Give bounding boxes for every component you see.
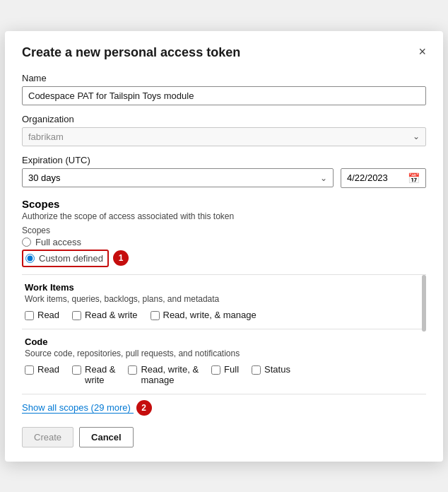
date-input-wrapper: 📅 [341, 168, 426, 188]
code-status: Status [252, 364, 290, 375]
custom-defined-radio-row: Custom defined 1 [22, 250, 426, 267]
show-all-scopes-row: Show all scopes (29 more) 2 [22, 400, 426, 416]
step-badge-2: 2 [136, 400, 152, 416]
show-all-scopes-count: (29 more) [91, 402, 131, 413]
expiration-value: 30 days [28, 172, 61, 183]
expiration-field-group: Expiration (UTC) 30 days ⌄ 📅 [22, 155, 426, 188]
chevron-down-icon: ⌄ [320, 173, 327, 183]
date-input[interactable] [347, 172, 403, 183]
code-read: Read [25, 364, 59, 375]
work-items-description: Work items, queries, backlogs, plans, an… [25, 294, 423, 304]
name-field-group: Name [22, 73, 426, 105]
code-manage-checkbox[interactable] [128, 365, 137, 375]
modal-header: Create a new personal access token × [22, 45, 426, 60]
cancel-button[interactable]: Cancel [79, 427, 134, 447]
organization-value: fabrikam [28, 131, 64, 142]
code-manage: Read, write, &manage [128, 364, 199, 385]
organization-dropdown[interactable]: fabrikam ⌄ [22, 127, 426, 146]
modal-title: Create a new personal access token [22, 45, 240, 60]
organization-field-group: Organization fabrikam ⌄ [22, 114, 426, 146]
step-badge-1: 1 [113, 250, 129, 266]
scopes-label: Scopes [22, 226, 426, 235]
work-items-readwrite: Read & write [72, 310, 137, 320]
calendar-icon[interactable]: 📅 [408, 172, 420, 184]
work-items-read-checkbox[interactable] [25, 311, 34, 320]
name-input[interactable] [22, 86, 426, 105]
work-items-checkboxes: Read Read & write Read, write, & manage [25, 310, 423, 322]
code-read-label: Read [37, 364, 59, 375]
code-manage-label: Read, write, &manage [141, 364, 199, 385]
scope-items-container: Work Items Work items, queries, backlogs… [22, 274, 426, 394]
work-items-manage: Read, write, & manage [151, 310, 257, 320]
work-items-read-label: Read [37, 310, 59, 320]
code-description: Source code, repositories, pull requests… [25, 348, 423, 358]
code-status-checkbox[interactable] [252, 365, 261, 375]
full-access-radio[interactable] [22, 238, 31, 247]
work-items-readwrite-checkbox[interactable] [72, 311, 81, 320]
code-readwrite: Read &write [72, 364, 115, 385]
code-readwrite-checkbox[interactable] [72, 365, 81, 375]
code-full-checkbox[interactable] [211, 365, 220, 375]
create-token-modal: Create a new personal access token × Nam… [5, 31, 443, 462]
custom-defined-radio[interactable] [25, 254, 35, 263]
custom-defined-label[interactable]: Custom defined [39, 253, 103, 264]
code-readwrite-label: Read &write [85, 364, 115, 385]
code-checkboxes: Read Read &write Read, write, &manage Fu… [25, 364, 423, 387]
code-full-label: Full [224, 364, 239, 375]
show-all-scopes-text: Show all scopes [22, 402, 88, 413]
scrollbar-thumb[interactable] [422, 275, 426, 332]
scopes-title: Scopes [22, 198, 426, 210]
scopes-description: Authorize the scope of access associated… [22, 211, 426, 221]
work-items-title: Work Items [25, 282, 423, 293]
close-button[interactable]: × [418, 45, 426, 58]
expiration-row: 30 days ⌄ 📅 [22, 168, 426, 188]
full-access-label[interactable]: Full access [35, 237, 81, 247]
footer-buttons: Create Cancel [22, 427, 426, 447]
scopes-section: Scopes Authorize the scope of access ass… [22, 198, 426, 267]
code-full: Full [211, 364, 239, 375]
work-items-section: Work Items Work items, queries, backlogs… [22, 275, 426, 329]
code-status-label: Status [264, 364, 290, 375]
work-items-manage-checkbox[interactable] [151, 311, 160, 320]
work-items-manage-label: Read, write, & manage [163, 310, 257, 320]
name-label: Name [22, 73, 426, 83]
organization-label: Organization [22, 114, 426, 124]
full-access-radio-row: Full access [22, 237, 426, 247]
code-title: Code [25, 336, 423, 347]
work-items-readwrite-label: Read & write [85, 310, 137, 320]
show-all-scopes-link[interactable]: Show all scopes (29 more) [22, 402, 134, 414]
work-items-read: Read [25, 310, 59, 320]
create-button[interactable]: Create [22, 427, 73, 447]
chevron-down-icon: ⌄ [413, 131, 420, 141]
code-read-checkbox[interactable] [25, 365, 34, 375]
custom-defined-box: Custom defined [22, 250, 109, 267]
expiration-dropdown[interactable]: 30 days ⌄ [22, 168, 334, 187]
code-section: Code Source code, repositories, pull req… [22, 329, 426, 394]
expiration-label: Expiration (UTC) [22, 155, 426, 165]
